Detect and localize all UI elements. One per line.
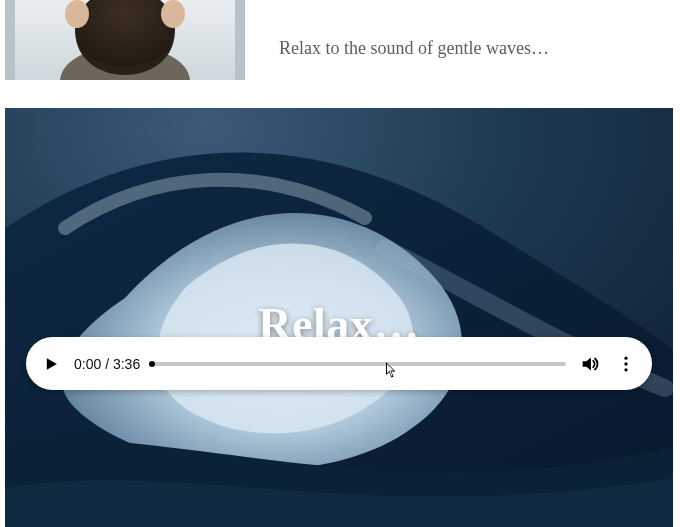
hero-panel: Relax… 0:00 / 3:36 <box>5 108 673 527</box>
seek-bar[interactable] <box>152 362 566 366</box>
svg-point-5 <box>65 0 89 28</box>
more-vertical-icon <box>616 354 636 374</box>
seek-knob[interactable] <box>149 361 155 367</box>
svg-point-9 <box>624 362 627 365</box>
audio-player: 0:00 / 3:36 <box>26 337 652 390</box>
svg-rect-1 <box>5 0 15 80</box>
audio-current-time: 0:00 <box>74 356 101 372</box>
top-caption: Relax to the sound of gentle waves… <box>279 35 549 62</box>
play-button[interactable] <box>40 353 62 375</box>
play-icon <box>41 354 61 374</box>
top-thumbnail <box>5 0 245 80</box>
more-button[interactable] <box>614 352 638 376</box>
top-row: Relax to the sound of gentle waves… <box>0 0 680 80</box>
svg-point-10 <box>624 368 627 371</box>
svg-point-8 <box>624 356 627 359</box>
svg-rect-2 <box>235 0 245 80</box>
volume-icon <box>579 353 601 375</box>
audio-time: 0:00 / 3:36 <box>74 356 140 372</box>
volume-button[interactable] <box>578 352 602 376</box>
svg-point-6 <box>161 0 185 28</box>
audio-duration: 3:36 <box>113 356 140 372</box>
